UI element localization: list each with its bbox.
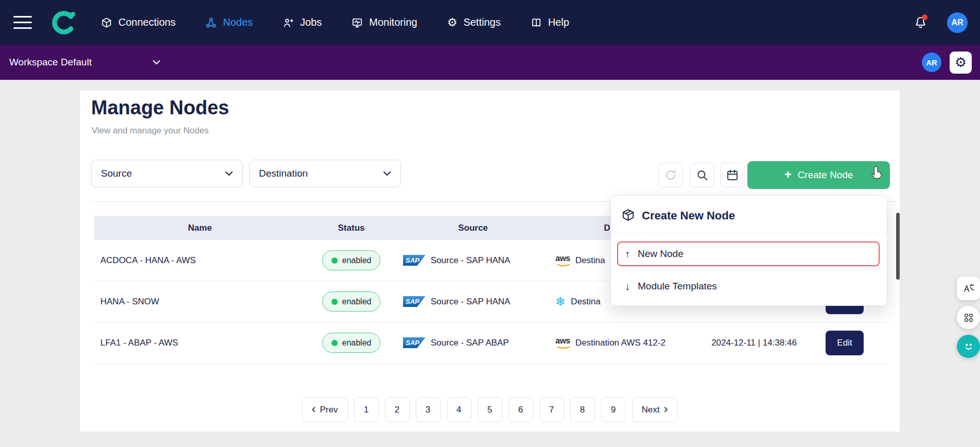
search-button[interactable] [690, 163, 714, 187]
workspace-avatar[interactable]: AR [922, 53, 941, 72]
page-button-8[interactable]: 8 [570, 397, 595, 422]
refresh-icon [664, 169, 677, 181]
status-label: enabled [342, 338, 372, 348]
nav-item-label: Connections [118, 16, 176, 28]
create-node-button[interactable]: + Create Node [747, 161, 890, 189]
status-label: enabled [342, 297, 372, 306]
language-widget[interactable] [957, 277, 980, 300]
menu-item-label: New Node [638, 248, 684, 260]
smiley-face-icon [962, 340, 975, 353]
jobs-icon [283, 17, 294, 28]
language-icon [962, 282, 975, 295]
search-icon [696, 169, 708, 181]
workspace-label: Workspace Default [9, 57, 92, 68]
page-button-7[interactable]: 7 [539, 397, 564, 422]
next-label: Next [642, 405, 660, 415]
aws-icon: aws [555, 336, 570, 349]
menu-item-module-templates[interactable]: ↓ Module Templates [620, 274, 878, 298]
status-badge: enabled [322, 291, 381, 312]
gear-icon: ⚙ [447, 17, 458, 28]
status-dot-icon [331, 340, 338, 346]
destination-label: Destination AWS 412-2 [575, 338, 666, 348]
workspace-bar-right: AR ⚙ [922, 51, 972, 74]
create-menu-header: Create New Node [620, 206, 878, 226]
menu-item-label: Module Templates [638, 281, 717, 292]
refresh-button[interactable] [658, 163, 683, 187]
header-status: Status [306, 223, 397, 233]
page-button-5[interactable]: 5 [478, 397, 502, 422]
destination-filter-label: Destination [259, 168, 308, 179]
page-button-3[interactable]: 3 [416, 397, 441, 422]
header-source: Source [397, 223, 549, 233]
monitoring-icon [352, 17, 363, 28]
status-dot-icon [331, 299, 338, 305]
sap-icon: SAP [403, 337, 426, 349]
nav-item-jobs[interactable]: Jobs [283, 16, 322, 28]
app-logo[interactable] [49, 9, 77, 37]
nav-item-label: Monitoring [369, 16, 417, 28]
page-subtitle: View and manage your Nodes [92, 126, 208, 136]
header-name: Name [94, 223, 306, 233]
pagination: ‹ Prev 1 2 3 4 5 6 7 8 9 Next › [80, 397, 900, 422]
status-label: enabled [342, 256, 372, 265]
nav-item-monitoring[interactable]: Monitoring [352, 16, 417, 28]
source-filter-dropdown[interactable]: Source [91, 160, 243, 187]
connections-icon [101, 17, 112, 28]
status-badge: enabled [322, 250, 381, 270]
book-icon [531, 17, 542, 28]
source-filter-label: Source [101, 168, 132, 179]
destination-label: Destina [571, 297, 601, 307]
chevron-left-icon: ‹ [312, 403, 316, 415]
create-node-menu: Create New Node ↑ New Node ↓ Module Temp… [610, 195, 887, 306]
source-label: Source - SAP HANA [431, 255, 511, 266]
page-button-2[interactable]: 2 [385, 397, 410, 422]
main-nav: Connections Nodes Jobs Monitoring ⚙ Sett… [101, 16, 569, 28]
nav-item-connections[interactable]: Connections [101, 16, 176, 28]
hamburger-menu-icon[interactable] [13, 16, 32, 29]
workspace-bar: Workspace Default AR ⚙ [0, 45, 980, 80]
nav-item-help[interactable]: Help [531, 16, 569, 28]
nav-item-nodes[interactable]: Nodes [205, 16, 253, 28]
prev-label: Prev [320, 405, 338, 415]
destination-filter-dropdown[interactable]: Destination [249, 160, 401, 187]
sap-icon: SAP [403, 255, 426, 266]
menu-item-new-node[interactable]: ↑ New Node [617, 242, 880, 266]
status-badge: enabled [322, 333, 381, 353]
navbar-right: AR [914, 12, 968, 33]
chevron-right-icon: › [663, 403, 668, 415]
plus-icon: + [784, 167, 792, 182]
nav-item-label: Settings [463, 16, 500, 28]
source-label: Source - SAP HANA [431, 297, 511, 307]
aws-icon: aws [555, 254, 570, 267]
vertical-scrollbar[interactable] [896, 213, 900, 280]
edit-button[interactable]: Edit [826, 331, 864, 355]
user-avatar[interactable]: AR [947, 12, 968, 33]
arrow-down-icon: ↓ [625, 281, 630, 291]
prev-page-button[interactable]: ‹ Prev [302, 397, 348, 422]
create-menu-title: Create New Node [642, 209, 735, 222]
cube-icon [621, 208, 635, 224]
page-button-1[interactable]: 1 [354, 397, 379, 422]
nav-item-label: Jobs [300, 16, 322, 28]
page-button-6[interactable]: 6 [509, 397, 533, 422]
apps-widget[interactable] [957, 306, 980, 329]
arrow-up-icon: ↑ [625, 249, 630, 259]
node-name: LFA1 - ABAP - AWS [94, 338, 306, 348]
updated-timestamp: 2024-12-11 | 14:38:46 [706, 338, 802, 348]
table-row: LFA1 - ABAP - AWS enabled SAP Source - S… [94, 322, 887, 364]
workspace-selector[interactable]: Workspace Default [9, 57, 161, 68]
chat-widget[interactable] [957, 335, 980, 358]
page-title: Manage Nodes [91, 97, 229, 119]
page-button-4[interactable]: 4 [447, 397, 471, 422]
gear-icon: ⚙ [955, 55, 967, 71]
page-button-9[interactable]: 9 [601, 397, 626, 422]
next-page-button[interactable]: Next › [632, 397, 678, 422]
nav-item-label: Nodes [223, 16, 253, 28]
calendar-button[interactable] [720, 163, 745, 187]
menu-divider [611, 233, 887, 233]
notifications-bell-icon[interactable] [914, 15, 927, 29]
nav-item-settings[interactable]: ⚙ Settings [447, 16, 501, 28]
workspace-settings-button[interactable]: ⚙ [950, 51, 972, 74]
chevron-down-icon [225, 171, 233, 176]
source-label: Source - SAP ABAP [431, 338, 509, 348]
